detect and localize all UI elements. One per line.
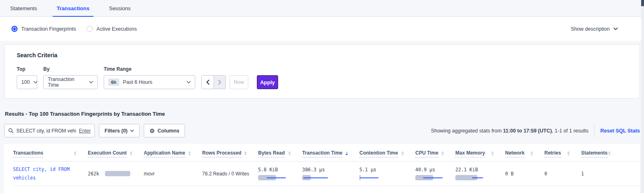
contention-time-bar [359, 175, 398, 180]
sort-icon[interactable] [441, 150, 444, 155]
search-input-wrapper: Enter [4, 124, 95, 137]
network-value: 0 B [505, 171, 514, 177]
column-header-retries: Retries [544, 150, 581, 157]
aggregated-stats-text: Showing aggregated stats from 11:00 to 1… [431, 128, 588, 134]
chevron-down-icon [89, 81, 93, 83]
previous-time-window-button[interactable] [202, 76, 214, 89]
sort-icon[interactable] [401, 150, 404, 155]
chevron-down-icon [613, 27, 618, 30]
column-header-label[interactable]: Application Name [144, 150, 185, 157]
column-header-transactions: Transactions [13, 150, 88, 157]
sort-icon[interactable] [345, 150, 348, 155]
top-select[interactable]: 100 [17, 75, 37, 89]
column-header-label[interactable]: CPU Time [415, 150, 438, 157]
filters-button[interactable]: Filters (0) [99, 124, 140, 137]
column-header-network: Network [505, 150, 544, 157]
vertical-scrollbar[interactable] [641, 0, 644, 193]
reset-sql-stats-link[interactable]: Reset SQL Stats [600, 128, 640, 134]
sort-icon[interactable] [188, 150, 191, 155]
radio-selected-icon [11, 26, 18, 32]
time-range-field: Time Range 6h Past 6 Hours [104, 66, 195, 89]
sort-icon[interactable] [244, 150, 247, 155]
sort-icon[interactable] [288, 150, 291, 155]
column-header-label[interactable]: Statements [581, 150, 608, 157]
sort-icon[interactable] [130, 150, 132, 155]
by-field: By Transaction Time [43, 66, 98, 89]
radio-unselected-icon [87, 26, 93, 32]
column-header-contention-time: Contention Time [359, 150, 415, 157]
tab-transactions[interactable]: Transactions [53, 5, 94, 16]
column-header-label[interactable]: Contention Time [359, 150, 398, 157]
search-icon [8, 128, 13, 133]
now-button[interactable]: Now [230, 75, 248, 89]
search-input[interactable] [16, 128, 76, 134]
execution-count-bar [105, 171, 130, 176]
transaction-time-bar [302, 175, 341, 180]
show-description-toggle[interactable]: Show description [571, 26, 618, 32]
enter-hint: Enter [79, 128, 91, 134]
radio-label: Transaction Fingerprints [21, 26, 76, 32]
filters-button-label: Filters (0) [105, 128, 127, 134]
column-header-label[interactable]: Execution Count [88, 150, 127, 157]
radio-label: Active Executions [96, 26, 137, 32]
tab-sessions[interactable]: Sessions [105, 5, 135, 16]
results-controls-row: Enter Filters (0) ⚙ Columns Showing aggr… [4, 124, 640, 137]
column-header-label[interactable]: Network [505, 150, 524, 157]
search-criteria-panel: Search Criteria Top 100 By Transaction T… [4, 44, 640, 99]
column-header-application-name: Application Name [144, 150, 202, 157]
column-header-label[interactable]: Transaction Time [302, 150, 342, 157]
column-header-label[interactable]: Retries [544, 150, 561, 157]
transactions-table: Transactions Execution Count Application… [4, 144, 640, 193]
column-header-label[interactable]: Max Memory [455, 150, 485, 157]
application-name-value: movr [144, 171, 155, 177]
search-criteria-title: Search Criteria [17, 52, 627, 58]
next-time-window-button[interactable] [214, 76, 225, 89]
chevron-down-icon [33, 81, 38, 83]
sort-icon[interactable] [530, 150, 533, 155]
column-header-transaction-time: Transaction Time [302, 150, 359, 157]
tab-statements[interactable]: Statements [6, 5, 41, 16]
show-description-label: Show description [571, 26, 610, 32]
top-select-value: 100 [21, 79, 30, 85]
execution-count-cell: 262k [88, 171, 136, 177]
time-range-value: Past 6 Hours [123, 79, 152, 85]
column-header-label[interactable]: Bytes Read [258, 150, 285, 157]
transaction-time-cell: 386.3 µs [302, 167, 351, 180]
contention-time-cell: 5.1 µs [359, 167, 407, 180]
column-header-statements: Statements [581, 150, 622, 157]
sort-icon[interactable] [491, 150, 494, 155]
max-memory-cell: 22.1 KiB [455, 167, 497, 180]
transaction-fingerprint-link[interactable]: SELECT city, id FROM vehicles [13, 165, 80, 182]
sort-icon[interactable] [608, 150, 611, 155]
column-header-cpu-time: CPU Time [415, 150, 455, 157]
vertical-divider [594, 125, 595, 137]
radio-transaction-fingerprints[interactable]: Transaction Fingerprints [11, 26, 76, 32]
max-memory-bar [455, 175, 494, 180]
by-select[interactable]: Transaction Time [43, 75, 98, 89]
apply-button[interactable]: Apply [257, 75, 278, 89]
column-header-label[interactable]: Rows Processed [202, 150, 241, 157]
column-header-bytes-read: Bytes Read [258, 150, 302, 157]
time-range-select[interactable]: 6h Past 6 Hours [104, 75, 195, 89]
chevron-down-icon [187, 81, 191, 83]
columns-button-label: Columns [158, 128, 179, 134]
scrollbar-thumb[interactable] [641, 0, 644, 6]
gear-icon: ⚙ [149, 128, 155, 134]
sort-icon[interactable] [74, 150, 76, 155]
cpu-time-bar [415, 175, 454, 180]
rows-processed-value: 78.2 Reads / 0 Writes [202, 171, 249, 177]
results-title: Results - Top 100 Transaction Fingerprin… [5, 111, 640, 117]
statements-value: 1 [581, 171, 584, 177]
chevron-right-icon [218, 80, 221, 85]
sort-icon[interactable] [567, 150, 570, 155]
radio-active-executions[interactable]: Active Executions [87, 26, 137, 32]
time-window-pager [201, 75, 226, 89]
bytes-read-cell: 5.8 KiB [258, 167, 294, 180]
retries-value: 0 [544, 171, 547, 177]
column-header-label[interactable]: Transactions [13, 150, 43, 157]
table-row: SELECT city, id FROM vehicles 262k movr … [13, 162, 640, 186]
top-label: Top [17, 66, 37, 72]
stats-time-range: 11:00 to 17:59 (UTC) [503, 128, 552, 134]
chevron-down-icon [130, 130, 134, 132]
columns-button[interactable]: ⚙ Columns [144, 124, 185, 137]
